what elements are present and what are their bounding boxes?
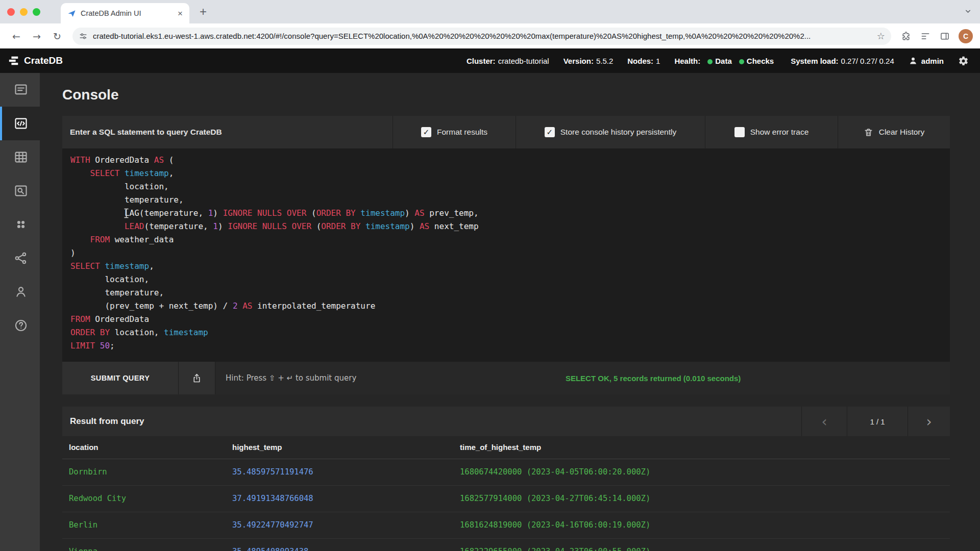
sidebar-item-overview[interactable] — [0, 73, 40, 107]
share-icon — [191, 373, 202, 384]
sql-code-line: temperature, — [70, 286, 942, 299]
user-person-icon — [909, 56, 918, 65]
submit-query-button[interactable]: SUBMIT QUERY — [62, 362, 178, 394]
users-dots-icon — [14, 217, 28, 232]
results-table: locationhighest_temptime_of_highest_temp… — [62, 436, 950, 551]
sidebar-item-shards[interactable] — [0, 174, 40, 208]
cell-highest_temp: 37.49191348766048 — [226, 485, 453, 512]
results-header: Result from query ‹ 1 / 1 › — [62, 407, 950, 436]
trash-icon — [864, 128, 873, 137]
reload-button[interactable]: ↻ — [48, 31, 66, 42]
show-error-trace-checkbox[interactable] — [734, 127, 745, 137]
sql-code-line: WITH OrderedData AS ( — [70, 154, 942, 167]
brand-name: CrateDB — [24, 55, 63, 66]
browser-toolbar: ← → ↻ cratedb-tutorial.eks1.eu-west-1.aw… — [0, 23, 980, 48]
sql-code-line: SELECT timestamp, — [70, 167, 942, 180]
cell-highest_temp: 35.49224770492747 — [226, 512, 453, 538]
extensions-puzzle-icon[interactable] — [897, 31, 915, 41]
health-label: Health: — [674, 57, 700, 65]
clear-history-button[interactable]: Clear History — [838, 116, 950, 148]
site-settings-icon[interactable] — [79, 32, 88, 41]
text-cursor-icon — [124, 208, 129, 220]
sidebar-item-tables[interactable] — [0, 140, 40, 174]
cluster-label: Cluster: — [467, 57, 496, 65]
cell-location: Dornbirn — [62, 459, 226, 485]
app-sidebar — [0, 73, 40, 551]
nodes-label: Nodes: — [627, 57, 653, 65]
sidebar-item-help[interactable] — [0, 309, 40, 342]
user-menu[interactable]: admin — [909, 56, 944, 65]
store-history-label: Store console history persistently — [560, 128, 676, 137]
forward-button[interactable]: → — [28, 31, 46, 42]
back-button[interactable]: ← — [7, 31, 26, 42]
sql-code-line: ) — [70, 246, 942, 260]
new-tab-button[interactable]: + — [197, 5, 210, 19]
health-data-label: Data — [715, 57, 732, 65]
sidebar-item-privileges[interactable] — [0, 275, 40, 309]
sql-prompt-text: Enter a SQL statement to query CrateDB — [70, 128, 222, 137]
store-history-checkbox[interactable] — [545, 127, 555, 137]
version-value: 5.5.2 — [596, 57, 613, 65]
sidebar-item-console[interactable] — [0, 107, 40, 140]
sql-code-line: ORDER BY location, timestamp — [70, 326, 942, 339]
system-load-label: System load: — [791, 57, 838, 65]
user-name: admin — [921, 57, 944, 65]
sql-code-line: temperature, — [70, 193, 942, 207]
cluster-value: cratedb-tutorial — [498, 57, 549, 65]
system-load-value: 0.27/ 0.27/ 0.24 — [841, 57, 894, 65]
version-label: Version: — [564, 57, 594, 65]
close-window-button[interactable] — [7, 8, 15, 16]
sidebar-item-cluster[interactable] — [0, 241, 40, 275]
health-data-dot-icon — [707, 59, 713, 64]
help-icon — [14, 318, 28, 333]
results-section: Result from query ‹ 1 / 1 › locationhigh… — [62, 407, 950, 551]
cratedb-brand[interactable]: CrateDB — [8, 55, 63, 66]
page-title: Console — [62, 86, 950, 104]
cluster-info-bar: Cluster:cratedb-tutorial Version:5.5.2 N… — [467, 56, 969, 66]
console-icon — [14, 116, 28, 131]
health-checks-dot-icon — [739, 59, 744, 64]
cell-time_of_highest_temp: 1680674420000 (2023-04-05T06:00:20.000Z) — [453, 459, 950, 485]
sql-code-line: LEAD(temperature, 1) IGNORE NULLS OVER (… — [70, 220, 942, 233]
prev-page-button[interactable]: ‹ — [801, 407, 847, 436]
window-controls — [0, 8, 47, 16]
share-query-button[interactable] — [178, 362, 215, 394]
format-results-checkbox[interactable] — [421, 127, 431, 137]
show-error-trace-toggle[interactable]: Show error trace — [705, 116, 838, 148]
url-text[interactable]: cratedb-tutorial.eks1.eu-west-1.aws.crat… — [93, 32, 872, 40]
reading-list-icon[interactable] — [917, 31, 934, 41]
zoom-window-button[interactable] — [33, 8, 40, 16]
tab-close-icon[interactable]: × — [175, 8, 185, 19]
tab-search-chevron-icon[interactable] — [964, 8, 972, 17]
sql-code-line: location, — [70, 273, 942, 286]
profile-avatar[interactable]: C — [959, 29, 973, 43]
format-results-toggle[interactable]: Format results — [393, 116, 516, 148]
browser-tab[interactable]: CrateDB Admin UI × — [61, 3, 189, 23]
cell-highest_temp: 35.48597571191476 — [226, 459, 453, 485]
results-title: Result from query — [62, 407, 801, 436]
sql-editor[interactable]: WITH OrderedData AS ( SELECT timestamp, … — [62, 148, 950, 362]
address-bar[interactable]: cratedb-tutorial.eks1.eu-west-1.aws.crat… — [72, 28, 891, 45]
health-info: Health:DataChecks — [674, 57, 776, 65]
bookmark-star-icon[interactable]: ☆ — [877, 31, 885, 41]
page-indicator: 1 / 1 — [847, 407, 908, 436]
sql-code-line: location, — [70, 180, 942, 193]
store-history-toggle[interactable]: Store console history persistently — [516, 116, 705, 148]
app-navbar: CrateDB Cluster:cratedb-tutorial Version… — [0, 48, 980, 73]
query-status: SELECT OK, 5 records returned (0.010 sec… — [356, 362, 950, 394]
results-table-head: locationhighest_temptime_of_highest_temp — [62, 436, 950, 459]
settings-gear-icon[interactable] — [958, 56, 969, 66]
sidebar-item-users[interactable] — [0, 208, 40, 241]
data-browser-icon — [14, 184, 28, 198]
health-checks-label: Checks — [747, 57, 774, 65]
sql-code-line: (prev_temp + next_temp) / 2 AS interpola… — [70, 299, 942, 313]
cluster-name-info: Cluster:cratedb-tutorial — [467, 57, 549, 65]
sql-editor-code: WITH OrderedData AS ( SELECT timestamp, … — [70, 154, 942, 353]
cell-highest_temp: 35.4895408093438 — [226, 538, 453, 551]
table-row: Dornbirn35.485975711914761680674420000 (… — [62, 459, 950, 485]
side-panel-icon[interactable] — [936, 31, 953, 41]
next-page-button[interactable]: › — [908, 407, 950, 436]
monitor-icon — [14, 83, 28, 97]
table-icon — [14, 150, 28, 164]
minimize-window-button[interactable] — [20, 8, 28, 16]
